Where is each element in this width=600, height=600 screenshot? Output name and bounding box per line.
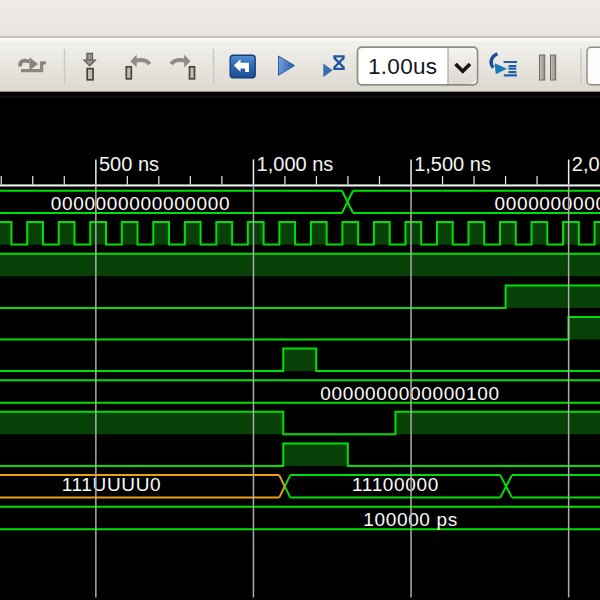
svg-text:11100000: 11100000 [352, 474, 439, 495]
svg-text:0000000000000100: 0000000000000100 [320, 383, 499, 404]
svg-text:1,500 ns: 1,500 ns [414, 153, 491, 175]
svg-text:2,0: 2,0 [572, 153, 600, 175]
svg-text:1,000 ns: 1,000 ns [257, 153, 334, 175]
svg-text:0000000000000000: 0000000000000000 [51, 193, 230, 214]
svg-text:1.00us: 1.00us [368, 54, 437, 79]
svg-text:00000000000: 00000000000 [495, 193, 600, 214]
svg-text:500 ns: 500 ns [99, 153, 159, 175]
svg-text:111UUUU0: 111UUUU0 [62, 474, 162, 495]
